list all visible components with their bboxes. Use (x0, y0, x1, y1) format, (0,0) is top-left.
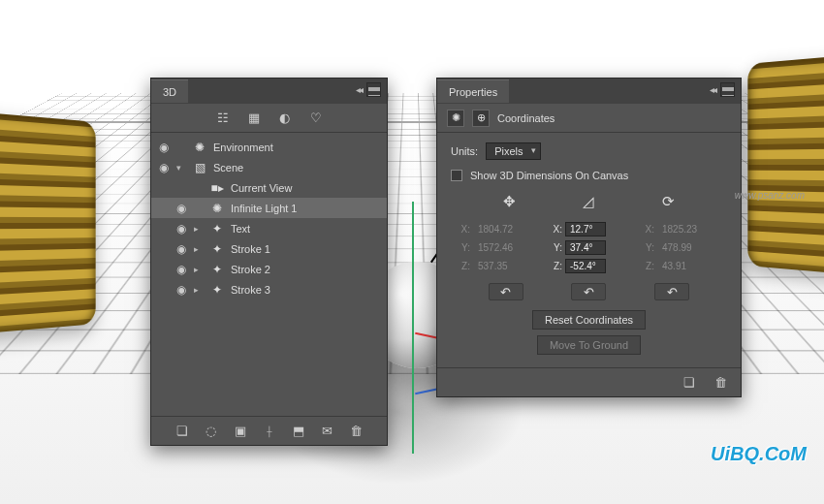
camera-icon: ■▸ (209, 181, 225, 195)
gold-text-3d-right (747, 51, 824, 277)
properties-section-header: ✺ ⊕ Coordinates (437, 104, 741, 133)
mesh-icon: ✦ (209, 222, 225, 236)
mesh-icon: ✦ (209, 283, 225, 297)
rotate-tool-icon[interactable]: ◿ (575, 191, 602, 212)
gold-text-3d-left (0, 110, 96, 335)
add-light-icon[interactable]: ◌ (203, 423, 220, 440)
tree-row-text[interactable]: ◉ ▸ ✦ Text (151, 218, 387, 238)
add-material-icon[interactable]: ⟊ (261, 423, 278, 440)
twist-icon[interactable]: ▾ (176, 163, 186, 173)
units-row: Units: Pixels (451, 142, 727, 160)
watermark-logo: UiBQ.CoM (711, 443, 807, 465)
scale-z-field: Z:43.91 (641, 259, 721, 273)
duplicate-icon[interactable]: ⬒ (290, 423, 307, 440)
trash-icon[interactable]: 🗑 (348, 423, 365, 440)
row-label: Stroke 3 (231, 284, 381, 296)
reset-rotation-icon[interactable]: ↶ (571, 283, 606, 300)
visibility-icon[interactable]: ◉ (174, 242, 188, 256)
twist-icon[interactable]: ▸ (194, 224, 204, 234)
tree-row-environment[interactable]: ◉ ✺ Environment (151, 137, 387, 157)
row-label: Scene (213, 162, 381, 173)
scene-tree: ◉ ✺ Environment ◉ ▾ ▧ Scene ■▸ Current V… (151, 133, 387, 303)
visibility-icon[interactable]: ◉ (174, 202, 188, 215)
row-label: Environment (213, 142, 381, 153)
panel-properties-footer: ❏ 🗑 (437, 367, 741, 396)
twist-icon[interactable]: ▸ (194, 285, 204, 295)
row-label: Infinite Light 1 (231, 203, 381, 214)
coordinates-icon[interactable]: ⊕ (472, 110, 490, 127)
reset-coordinates-button[interactable]: Reset Coordinates (532, 310, 646, 330)
pos-x-field: X:1804.72 (457, 222, 537, 236)
panel-3d-footer: ❏ ◌ ▣ ⟊ ⬒ ✉ 🗑 (151, 416, 387, 445)
reset-scale-icon[interactable]: ↶ (654, 283, 689, 300)
tree-row-stroke2[interactable]: ◉ ▸ ✦ Stroke 2 (151, 259, 387, 279)
new-layer-icon[interactable]: ❏ (174, 423, 191, 440)
pos-y-field: Y:1572.46 (457, 240, 537, 255)
axis-y (412, 202, 414, 454)
tree-row-stroke3[interactable]: ◉ ▸ ✦ Stroke 3 (151, 279, 387, 299)
tree-row-stroke1[interactable]: ◉ ▸ ✦ Stroke 1 (151, 238, 387, 259)
trash-icon[interactable]: 🗑 (712, 374, 729, 392)
tree-row-scene[interactable]: ◉ ▾ ▧ Scene (151, 157, 387, 177)
scale-tool-icon[interactable]: ⟳ (654, 191, 681, 212)
row-label: Stroke 1 (231, 243, 381, 255)
visibility-icon[interactable]: ◉ (157, 161, 171, 174)
visibility-icon[interactable]: ◉ (174, 283, 188, 297)
row-label: Text (231, 223, 381, 235)
collapse-icon[interactable]: ◂◂ (356, 84, 362, 95)
filter-material-icon[interactable]: ◐ (276, 110, 294, 127)
filter-light-icon[interactable]: ♡ (307, 110, 325, 127)
rot-x-field[interactable]: X:12.7° (549, 222, 629, 236)
filter-mesh-icon[interactable]: ▦ (245, 110, 263, 127)
reset-position-icon[interactable]: ↶ (489, 283, 523, 300)
twist-icon[interactable]: ▸ (194, 244, 204, 254)
tab-properties[interactable]: Properties (437, 79, 509, 103)
move-to-ground-button[interactable]: Move To Ground (537, 335, 641, 355)
tree-row-infinite-light[interactable]: ◉ ✺ Infinite Light 1 (151, 198, 387, 218)
panel-properties: Properties ◂◂ ✺ ⊕ Coordinates Units: Pix… (436, 78, 742, 397)
twist-icon[interactable]: ▸ (194, 265, 204, 274)
scene-icon: ▧ (192, 161, 207, 174)
coordinate-buttons: Reset Coordinates Move To Ground (451, 310, 727, 355)
filter-bar: ☷ ▦ ◐ ♡ (151, 104, 387, 133)
scale-x-field: X:1825.23 (641, 222, 721, 236)
light-icon: ✺ (209, 202, 225, 215)
row-label: Stroke 2 (231, 264, 381, 275)
collapse-icon[interactable]: ◂◂ (710, 84, 715, 95)
light-properties-icon[interactable]: ✺ (447, 110, 464, 127)
show-dimensions-label: Show 3D Dimensions On Canvas (470, 170, 628, 181)
properties-body: Units: Pixels Show 3D Dimensions On Canv… (437, 133, 741, 364)
units-label: Units: (451, 145, 478, 157)
row-label: Current View (231, 182, 381, 194)
mesh-icon: ✦ (209, 242, 225, 256)
panel-3d: 3D ◂◂ ☷ ▦ ◐ ♡ ◉ ✺ Environment ◉ ▾ ▧ Scen… (150, 78, 388, 446)
panel-3d-tabbar: 3D ◂◂ (151, 79, 387, 104)
mesh-icon: ✦ (209, 263, 225, 276)
move-tool-icon[interactable]: ✥ (496, 191, 523, 212)
render-icon[interactable]: ✉ (319, 423, 336, 440)
show-dimensions-row: Show 3D Dimensions On Canvas (451, 170, 727, 181)
properties-section-title: Coordinates (497, 112, 555, 124)
visibility-icon[interactable]: ◉ (174, 222, 188, 236)
scale-y-field: Y:478.99 (641, 240, 721, 255)
rot-y-field[interactable]: Y:37.4° (549, 240, 629, 255)
units-select[interactable]: Pixels (486, 142, 541, 160)
show-dimensions-checkbox[interactable] (451, 170, 462, 181)
rot-z-field[interactable]: Z:-52.4° (549, 259, 629, 273)
panel-menu-icon[interactable] (366, 82, 381, 97)
visibility-icon[interactable]: ◉ (174, 263, 188, 276)
pos-z-field: Z:537.35 (457, 259, 537, 273)
transform-mode-icons: ✥ ◿ ⟳ (470, 191, 708, 212)
filter-scene-icon[interactable]: ☷ (214, 110, 232, 127)
watermark-small: www.psanz.com (735, 190, 805, 201)
reset-row: ↶ ↶ ↶ (464, 283, 713, 300)
visibility-icon[interactable]: ◉ (157, 141, 171, 154)
render-settings-icon[interactable]: ❏ (681, 374, 698, 392)
coordinates-grid: X:1804.72 X:12.7° X:1825.23 Y:1572.46 Y:… (457, 222, 721, 273)
tree-row-current-view[interactable]: ■▸ Current View (151, 177, 387, 198)
tab-3d[interactable]: 3D (151, 79, 188, 103)
add-mesh-icon[interactable]: ▣ (232, 423, 249, 440)
panel-properties-tabbar: Properties ◂◂ (437, 79, 741, 104)
environment-icon: ✺ (192, 141, 207, 154)
panel-menu-icon[interactable] (720, 82, 735, 97)
